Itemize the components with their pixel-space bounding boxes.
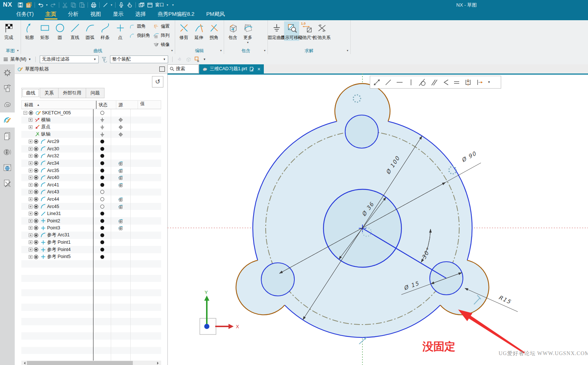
- tree-row-Arc34[interactable]: Arc34: [21, 160, 161, 167]
- visibility-eye-icon[interactable]: [28, 110, 33, 115]
- ribbon-item-样条[interactable]: 样条: [98, 21, 113, 41]
- expand-icon[interactable]: [29, 183, 32, 187]
- ribbon-item-圆[interactable]: 圆: [52, 21, 67, 41]
- selection-filter-combobox[interactable]: 无选择过滤器 ▼: [40, 56, 99, 63]
- touch-mode-icon[interactable]: [125, 1, 134, 9]
- ribbon-item-阵列[interactable]: 阵列: [153, 32, 170, 39]
- undo-icon[interactable]: [36, 1, 45, 9]
- navigator-tab-关系[interactable]: 关系: [40, 88, 59, 98]
- command-search-box[interactable]: 搜索: [167, 64, 199, 74]
- print-icon[interactable]: [89, 1, 98, 9]
- visibility-eye-icon[interactable]: [33, 168, 39, 173]
- visibility-eye-icon[interactable]: [33, 233, 39, 238]
- ribbon-item-直线[interactable]: 直线: [67, 21, 82, 41]
- sidebar-item-gear[interactable]: [0, 65, 15, 80]
- ribbon-item-松弛关系[interactable]: 松弛关系: [314, 21, 329, 41]
- sketch-canvas[interactable]: Ø 100 Ø 90 Ø 36 Ø 15 R15 30° Y X 没固定 UG爱…: [167, 74, 588, 365]
- sidebar-item-assembly-navigator[interactable]: [0, 81, 15, 96]
- status-empty-icon[interactable]: [100, 204, 105, 209]
- status-filled-icon[interactable]: [100, 254, 105, 260]
- tree-row-SKETCH_005[interactable]: SKETCH_005: [21, 109, 161, 117]
- status-filled-icon[interactable]: [100, 175, 105, 180]
- expand-icon[interactable]: [29, 147, 32, 151]
- save-all-icon[interactable]: [25, 1, 33, 9]
- group-dialog-caret-icon[interactable]: ▼: [346, 49, 349, 52]
- undo-caret-icon[interactable]: ▼: [46, 4, 48, 6]
- ribbon-item-轮廓[interactable]: 轮廓: [22, 21, 37, 41]
- visibility-eye-icon[interactable]: [33, 175, 39, 180]
- group-dialog-caret-icon[interactable]: ▼: [220, 49, 222, 52]
- switch-window-icon[interactable]: [137, 1, 146, 9]
- window-menu-caret-icon[interactable]: ▼: [166, 4, 169, 6]
- tree-row-Arc32[interactable]: Arc32: [21, 153, 161, 160]
- selection-scope-combobox[interactable]: 整个装配 ▼: [110, 56, 168, 63]
- expand-icon[interactable]: [29, 140, 32, 143]
- ribbon-item-点[interactable]: 点: [113, 21, 128, 41]
- expand-icon[interactable]: [29, 118, 32, 122]
- ribbon-tab-任务(T)[interactable]: 任务(T): [10, 9, 40, 20]
- visibility-eye-icon[interactable]: [33, 211, 39, 216]
- microphone-icon[interactable]: [117, 1, 125, 9]
- perpendicular-constraint-icon[interactable]: [441, 78, 449, 86]
- tree-row-横轴[interactable]: 横轴: [21, 117, 161, 124]
- ribbon-tab-主页[interactable]: 主页: [40, 9, 62, 20]
- visibility-eye-icon[interactable]: [33, 197, 39, 202]
- status-filled-icon[interactable]: [100, 153, 105, 158]
- tree-row-Line31[interactable]: Line31: [21, 210, 161, 217]
- expand-icon[interactable]: [29, 233, 32, 237]
- ribbon-item-倒斜角[interactable]: 倒斜角: [129, 32, 150, 39]
- visibility-eye-icon[interactable]: [33, 189, 39, 194]
- status-filled-icon[interactable]: [100, 182, 105, 187]
- dimension-constraint-icon[interactable]: [373, 78, 381, 86]
- ribbon-item-圆弧[interactable]: 圆弧: [82, 21, 98, 41]
- status-filled-icon[interactable]: [100, 161, 105, 166]
- expand-icon[interactable]: [29, 161, 32, 165]
- navigator-tab-问题[interactable]: 问题: [86, 88, 105, 98]
- ribbon-tab-选择[interactable]: 选择: [130, 9, 152, 20]
- save-icon[interactable]: [16, 1, 25, 9]
- ribbon-tab-分析[interactable]: 分析: [62, 9, 85, 20]
- ribbon-item-包含[interactable]: 包含: [225, 21, 240, 41]
- vertical-constraint-icon[interactable]: [407, 78, 415, 86]
- tree-row-参考 Point4[interactable]: 参考 Point4: [21, 246, 161, 253]
- copy-icon[interactable]: [69, 1, 78, 9]
- tree-row-参考 Point1[interactable]: 参考 Point1: [21, 239, 161, 246]
- column-value[interactable]: 值: [140, 101, 145, 106]
- column-source[interactable]: 源: [118, 102, 123, 108]
- status-filled-icon[interactable]: [100, 218, 105, 223]
- tab-close-icon[interactable]: ×: [257, 66, 260, 72]
- ribbon-group-label-编辑[interactable]: 编辑▼: [175, 48, 224, 54]
- expand-icon[interactable]: [29, 212, 32, 215]
- tree-row-Arc43[interactable]: Arc43: [21, 189, 161, 196]
- expand-icon[interactable]: [29, 226, 32, 230]
- navigator-tab-外部引用[interactable]: 外部引用: [59, 88, 86, 98]
- status-ground-icon[interactable]: [100, 132, 105, 137]
- sidebar-item-web-browser[interactable]: [0, 160, 15, 175]
- redo-icon[interactable]: [49, 1, 57, 9]
- group-dialog-caret-icon[interactable]: ▼: [17, 49, 19, 52]
- status-empty-icon[interactable]: [100, 197, 105, 202]
- symmetric-constraint-icon[interactable]: [464, 78, 472, 86]
- collapse-icon[interactable]: [24, 111, 27, 115]
- status-filled-icon[interactable]: [100, 240, 105, 245]
- ribbon-item-偏置[interactable]: 偏置: [153, 23, 170, 29]
- status-ground-icon[interactable]: [100, 125, 105, 130]
- paste-icon[interactable]: [78, 1, 86, 9]
- status-ground-icon[interactable]: [100, 117, 105, 122]
- group-dialog-caret-icon[interactable]: ▼: [263, 49, 266, 52]
- ribbon-group-label-包含[interactable]: 包含▼: [224, 48, 268, 54]
- expand-icon[interactable]: [29, 169, 32, 172]
- status-filled-icon[interactable]: [100, 168, 105, 173]
- expand-icon[interactable]: [29, 190, 32, 194]
- ribbon-item-松弛尺寸[interactable]: 1.0松弛尺寸: [299, 21, 314, 41]
- ribbon-item-矩形[interactable]: 矩形: [37, 21, 52, 41]
- scroll-right-arrow[interactable]: [157, 362, 160, 365]
- ribbon-group-label-草图[interactable]: 草图▼: [0, 48, 21, 54]
- visibility-eye-icon[interactable]: [33, 161, 39, 166]
- ribbon-item-显示可移动[interactable]: 显示可移动: [284, 21, 299, 41]
- tree-row-Arc41[interactable]: Arc41: [21, 181, 161, 189]
- visibility-eye-icon[interactable]: [33, 240, 39, 245]
- sidebar-item-tools[interactable]: [0, 176, 15, 191]
- tree-row-参考 Arc31[interactable]: 参考 Arc31: [21, 232, 161, 239]
- ribbon-group-label-曲线[interactable]: 曲线▼: [21, 48, 175, 54]
